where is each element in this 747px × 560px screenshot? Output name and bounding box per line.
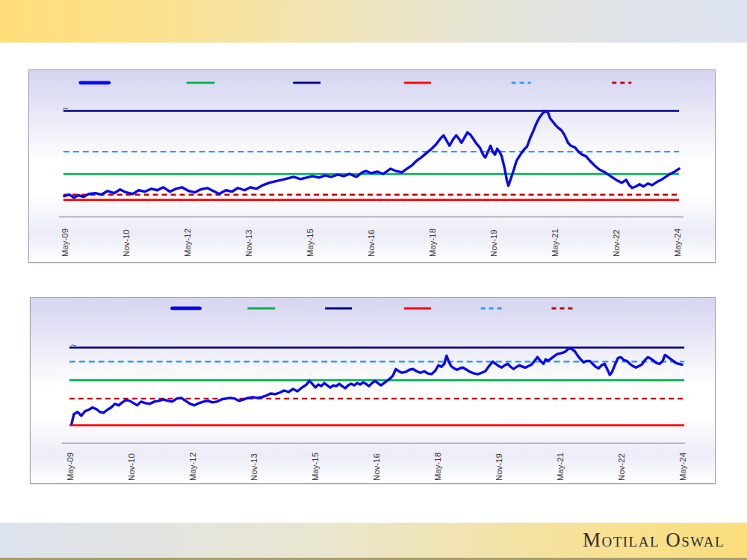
x-tick-label: Nov-19 xyxy=(495,453,503,481)
x-tick-label: May-15 xyxy=(311,452,320,481)
chart-panel-bottom: May-09Nov-10May-12Nov-13May-15Nov-16May-… xyxy=(30,297,716,484)
x-tick-label: May-18 xyxy=(433,452,442,481)
x-tick-label: May-18 xyxy=(428,228,437,257)
x-tick-label: Nov-13 xyxy=(249,453,258,481)
chart-bottom-svg: May-09Nov-10May-12Nov-13May-15Nov-16May-… xyxy=(31,298,715,483)
x-tick-label: May-12 xyxy=(183,228,192,257)
x-tick-label: May-21 xyxy=(556,452,565,481)
top-gradient-band xyxy=(0,0,747,43)
x-tick-label: May-21 xyxy=(551,228,560,257)
x-tick-label: May-15 xyxy=(306,228,314,257)
motilal-oswal-logo: Motilal Oswal xyxy=(583,523,725,558)
x-tick-label: May-24 xyxy=(678,452,687,481)
x-tick-label: Nov-19 xyxy=(489,229,498,257)
x-tick-label: Nov-10 xyxy=(127,453,136,481)
chart-top-svg: May-09Nov-10May-12Nov-13May-15Nov-16May-… xyxy=(29,70,715,262)
price-series-line xyxy=(64,111,679,198)
x-tick-label: Nov-22 xyxy=(612,229,621,257)
x-tick-label: Nov-22 xyxy=(617,453,626,481)
x-tick-label: May-09 xyxy=(66,452,75,481)
x-tick-label: Nov-16 xyxy=(367,229,376,257)
x-tick-label: Nov-13 xyxy=(244,229,253,257)
tiny-label-artifact xyxy=(71,345,76,346)
x-tick-label: May-12 xyxy=(188,452,197,481)
x-tick-label: May-24 xyxy=(673,228,682,257)
x-tick-label: May-09 xyxy=(61,228,69,257)
chart-panel-top: May-09Nov-10May-12Nov-13May-15Nov-16May-… xyxy=(28,69,716,263)
footer-gradient-band: Motilal Oswal xyxy=(0,523,747,560)
x-tick-label: Nov-16 xyxy=(372,453,381,481)
price-series-line xyxy=(72,348,682,423)
x-tick-label: Nov-10 xyxy=(122,229,131,257)
tiny-label-artifact xyxy=(63,108,68,110)
